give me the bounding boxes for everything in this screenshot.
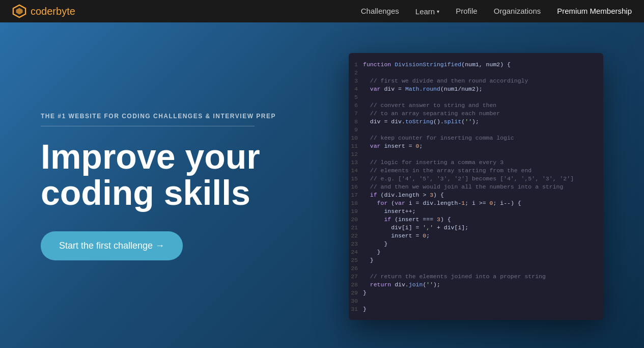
- hero-title: Improve your coding skills: [41, 139, 326, 211]
- hero-code-editor: 1function DivisionStringified(num1, num2…: [349, 53, 603, 320]
- logo[interactable]: coderbyte: [12, 4, 75, 18]
- svg-marker-1: [16, 8, 22, 14]
- logo-text: coderbyte: [31, 6, 75, 17]
- code-block: 1function DivisionStringified(num1, num2…: [349, 53, 603, 320]
- nav-item-organizations[interactable]: Organizations: [494, 7, 541, 16]
- navigation: coderbyte Challenges Learn ▾ Profile Org…: [0, 0, 644, 22]
- logo-icon: [12, 4, 26, 18]
- nav-links: Challenges Learn ▾ Profile Organizations…: [361, 7, 632, 16]
- start-challenge-button[interactable]: Start the first challenge →: [41, 231, 183, 260]
- nav-item-profile[interactable]: Profile: [456, 7, 478, 16]
- hero-subtitle: THE #1 WEBSITE FOR CODING CHALLENGES & I…: [41, 113, 349, 120]
- nav-item-premium[interactable]: Premium Membership: [557, 7, 632, 16]
- learn-chevron-icon: ▾: [437, 9, 439, 14]
- hero-divider: [41, 126, 255, 126]
- nav-item-learn[interactable]: Learn ▾: [415, 7, 439, 16]
- hero-section: THE #1 WEBSITE FOR CODING CHALLENGES & I…: [0, 22, 644, 348]
- hero-left: THE #1 WEBSITE FOR CODING CHALLENGES & I…: [41, 113, 349, 261]
- nav-item-challenges[interactable]: Challenges: [361, 7, 399, 16]
